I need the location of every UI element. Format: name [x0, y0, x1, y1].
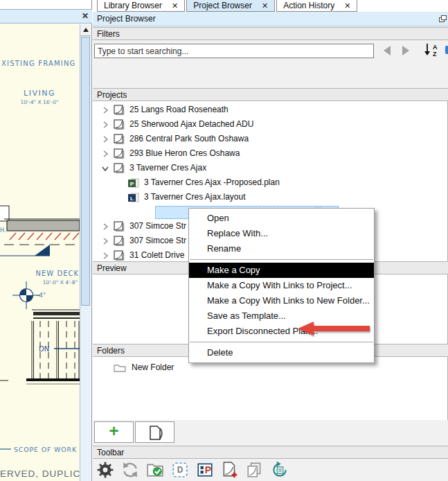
tab-label: Project Browser	[193, 1, 252, 10]
tab-close-icon[interactable]: ✕	[172, 1, 178, 10]
red-annotation-arrow	[296, 321, 373, 336]
folder-item-label: New Folder	[132, 362, 174, 372]
svg-text:P: P	[130, 181, 134, 187]
project-icon	[114, 221, 125, 231]
datum-symbol	[12, 281, 40, 309]
filters-header: Filters	[93, 27, 448, 40]
layout-file-icon: L	[127, 192, 140, 203]
menu-item-copy-links-project[interactable]: Make a Copy With Links to Project...	[189, 278, 374, 293]
context-menu: Open Replace With... Rename Make a Copy …	[188, 208, 375, 363]
tree-item-label: 307 Simcoe Str	[129, 219, 186, 234]
scrollbar-thumb[interactable]	[81, 37, 90, 306]
search-input[interactable]	[94, 44, 374, 58]
tree-item-label: 3 Taverner Cres Ajax	[129, 161, 206, 175]
tree-item-plan-file[interactable]: P 3 Taverner Cres Ajax -Proposed.plan	[93, 175, 447, 190]
document-curl-icon	[147, 424, 163, 441]
project-icon	[114, 134, 125, 144]
clipped-edge-icon	[445, 46, 448, 54]
chevron-right-icon[interactable]	[101, 150, 111, 158]
scroll-up-button[interactable]	[80, 24, 91, 36]
tree-item-layout-file[interactable]: L 3 Taverner Cres Ajax.layout	[93, 190, 447, 204]
project-properties-icon[interactable]: P	[195, 460, 215, 480]
previous-result-icon[interactable]	[384, 46, 391, 55]
label-new-deck: NEW DECK	[36, 270, 79, 277]
drawing-pane: ✕ XISTING FRAMING LIVING 10'-4" X 16'-0"…	[0, 0, 92, 481]
tree-item-label: 307 Simcoe Str	[129, 234, 186, 248]
project-icon	[114, 148, 125, 159]
tree-item[interactable]: 25 Langs Road Roseneath	[93, 103, 447, 117]
float-panel-icon[interactable]	[439, 15, 447, 23]
svg-text:P: P	[205, 464, 211, 475]
tree-item[interactable]: 286 Central Park South Oshawa	[93, 132, 447, 146]
drawing-vscrollbar[interactable]	[80, 24, 91, 481]
tab-project-browser[interactable]: Project Browser ✕	[186, 0, 275, 12]
folders-body: New Folder	[93, 357, 448, 420]
chevron-right-icon[interactable]	[101, 222, 111, 231]
label-deck-dim: 10'-0" X 4'-8"	[43, 279, 78, 286]
folder-icon	[114, 362, 126, 372]
filters-body	[93, 60, 448, 88]
floorplan-canvas[interactable]: XISTING FRAMING LIVING 10'-4" X 16'-0" H…	[0, 24, 80, 481]
close-icon[interactable]: ✕	[82, 11, 89, 21]
menu-item-rename[interactable]: Rename	[189, 241, 374, 256]
tree-item-label: 25 Sherwood Ajax Detached ADU	[129, 117, 253, 132]
tree-item[interactable]: 293 Blue Heron Cres Oshawa	[93, 146, 447, 161]
scroll-up-icon	[83, 28, 89, 32]
add-folder-button[interactable]: +	[94, 421, 134, 443]
tree-item-label: 31 Colett Drive	[129, 248, 184, 263]
tab-close-icon[interactable]: ✕	[344, 1, 350, 10]
panel-tabs: Library Browser ✕ Project Browser ✕ Acti…	[93, 0, 448, 12]
project-icon	[114, 119, 125, 130]
label-reserved: ERVED, DUPLICA	[0, 469, 80, 479]
chevron-right-icon[interactable]	[101, 252, 111, 260]
toolbar-header: Toolbar	[93, 446, 448, 459]
tree-item-expanded[interactable]: 3 Taverner Cres Ajax	[93, 161, 447, 175]
menu-item-replace-with[interactable]: Replace With...	[189, 226, 374, 241]
svg-text:Z: Z	[433, 51, 437, 58]
tree-item-label: 293 Blue Heron Cres Oshawa	[129, 146, 240, 161]
menu-item-open[interactable]: Open	[189, 211, 374, 226]
label-wall-note: H.	[0, 227, 6, 234]
tab-close-icon[interactable]: ✕	[262, 1, 268, 10]
folder-buttons-row: +	[93, 420, 448, 446]
panel-titlebar[interactable]: Project Browser	[93, 12, 448, 26]
red-hatch	[10, 233, 79, 240]
default-template-icon[interactable]: D	[170, 460, 190, 480]
copy-file-icon[interactable]	[245, 460, 265, 480]
label-scope-of-work: SCOPE OF WORK	[14, 446, 77, 453]
tab-label: Action History	[283, 1, 334, 10]
label-down: DN	[39, 345, 49, 353]
label-existing-framing: XISTING FRAMING	[1, 60, 76, 67]
refresh-icon[interactable]	[120, 460, 140, 480]
chevron-right-icon[interactable]	[101, 135, 111, 143]
restore-backup-icon[interactable]	[270, 460, 289, 480]
search-row: A Z	[93, 40, 448, 60]
plan-file-icon: P	[127, 177, 140, 189]
menu-item-copy-links-new-folder[interactable]: Make a Copy With Links to New Folder...	[189, 293, 374, 308]
settings-gear-icon[interactable]	[96, 460, 115, 480]
svg-text:L: L	[130, 195, 134, 202]
svg-text:A: A	[433, 44, 438, 51]
chevron-right-icon[interactable]	[101, 237, 111, 245]
project-icon	[114, 105, 125, 115]
tree-item-label: 3 Taverner Cres Ajax -Proposed.plan	[144, 175, 280, 190]
plus-icon: +	[109, 423, 118, 439]
menu-item-delete[interactable]: Delete	[189, 345, 374, 360]
tree-item[interactable]: 25 Sherwood Ajax Detached ADU	[93, 117, 447, 132]
chevron-right-icon[interactable]	[101, 106, 111, 114]
project-icon	[114, 236, 125, 246]
new-plan-icon[interactable]	[220, 460, 240, 480]
tab-action-history[interactable]: Action History ✕	[276, 0, 357, 12]
folder-check-icon[interactable]	[145, 460, 165, 480]
project-icon	[114, 163, 125, 173]
chevron-down-icon[interactable]	[101, 164, 111, 173]
menu-item-make-a-copy[interactable]: Make a Copy	[189, 263, 374, 278]
new-folder-from-template-button[interactable]	[135, 421, 174, 443]
menu-separator	[190, 342, 373, 342]
tree-item-label: 3 Taverner Cres Ajax.layout	[144, 190, 246, 204]
sort-az-icon[interactable]: A Z	[424, 42, 440, 58]
next-result-icon[interactable]	[402, 46, 409, 55]
drawing-titlebar[interactable]: ✕	[0, 9, 92, 24]
chevron-right-icon[interactable]	[101, 121, 111, 129]
tab-library-browser[interactable]: Library Browser ✕	[97, 0, 185, 12]
